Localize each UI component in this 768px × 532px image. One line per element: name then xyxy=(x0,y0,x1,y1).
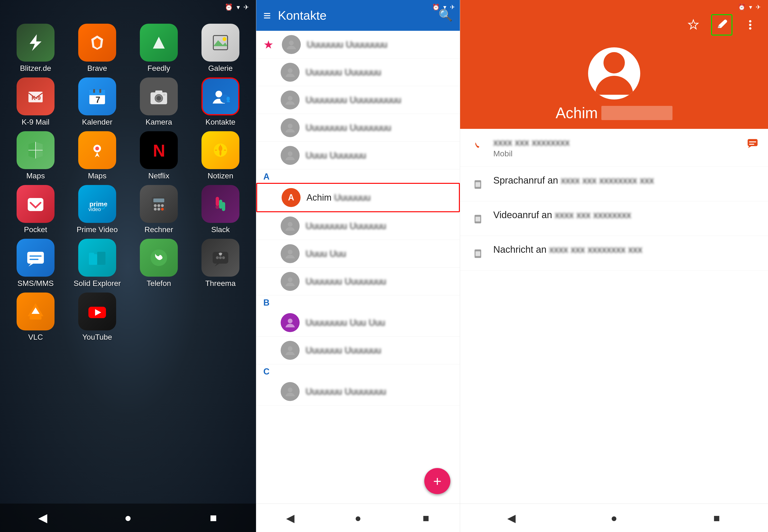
vlc-label: VLC xyxy=(28,333,43,342)
edit-contact-button[interactable] xyxy=(711,14,732,36)
svg-point-35 xyxy=(161,204,164,207)
kontakte-recents-button[interactable]: ■ xyxy=(417,509,436,527)
detail-home-button[interactable]: ● xyxy=(605,509,624,527)
detail-contact-name: Achim xyxy=(556,104,673,122)
contact-avatar xyxy=(281,341,299,360)
phone-item[interactable]: xxxx xxx xxxxxxxx Mobil xyxy=(460,129,768,167)
section-a: A xyxy=(256,169,460,183)
app-k9mail[interactable]: K-9 K-9 Mail xyxy=(7,77,64,126)
videoanruf-info: Videoanruf an xxxx xxx xxxxxxxx xyxy=(493,210,759,220)
contact-starred-1[interactable]: ★ Uuuuuuu Uuuuuuuu xyxy=(256,31,460,59)
recents-button[interactable]: ■ xyxy=(204,508,223,527)
pocket-label: Pocket xyxy=(24,225,47,234)
svg-point-72 xyxy=(288,346,292,351)
svg-point-34 xyxy=(157,204,160,207)
rechner-icon xyxy=(140,185,178,223)
app-galerie[interactable]: Galerie xyxy=(192,24,249,73)
kamera-icon xyxy=(140,77,178,115)
contact-detail-panel: ⏰ ▾ ✈ xyxy=(460,0,768,532)
app-blitzer[interactable]: Blitzer.de xyxy=(7,24,64,73)
svg-rect-44 xyxy=(27,252,44,264)
telefon-label: Telefon xyxy=(146,279,171,288)
app-brave[interactable]: Brave xyxy=(69,24,126,73)
sms-button[interactable] xyxy=(747,137,759,151)
contact-starred-2[interactable]: Uuuuuuu Uuuuuuu xyxy=(256,59,460,86)
contact-starred-5[interactable]: Uuuu Uuuuuuu xyxy=(256,142,460,169)
pocket-icon xyxy=(17,185,54,223)
nachricht-info: Nachricht an xxxx xxx xxxxxxxx xxx xyxy=(493,244,759,255)
app-smsmms[interactable]: SMS/MMS xyxy=(7,239,64,288)
threema-icon xyxy=(201,239,239,277)
svg-marker-45 xyxy=(28,264,33,266)
contact-starred-4[interactable]: Uuuuuuuu Uuuuuuuu xyxy=(256,114,460,142)
home-button[interactable]: ● xyxy=(118,508,137,527)
add-contact-button[interactable]: + xyxy=(424,468,451,494)
app-notizen[interactable]: Notizen xyxy=(192,131,249,180)
videoanruf-item[interactable]: Videoanruf an xxxx xxx xxxxxxxx xyxy=(460,201,768,236)
more-options-button[interactable] xyxy=(740,14,761,36)
contact-starred-3[interactable]: Uuuuuuuu Uuuuuuuuuu xyxy=(256,86,460,114)
app-maps[interactable]: Maps xyxy=(7,131,64,180)
sprachanruf-item[interactable]: Sprachanruf an xxxx xxx xxxxxxxx xxx xyxy=(460,167,768,201)
contact-a4[interactable]: Uuuuuuu Uuuuuuuu xyxy=(256,268,460,295)
detail-airplane-icon: ✈ xyxy=(756,4,761,11)
kontakte-home-button[interactable]: ● xyxy=(348,509,367,527)
airplane-icon: ✈ xyxy=(243,3,249,11)
blitzer-label: Blitzer.de xyxy=(20,64,51,73)
app-feedly[interactable]: Feedly xyxy=(130,24,187,73)
maps2-label: Maps xyxy=(88,171,106,180)
detail-back-button[interactable]: ◀ xyxy=(502,509,521,527)
kontakte-title: Kontakte xyxy=(278,8,432,23)
k9mail-icon: K-9 xyxy=(17,77,54,115)
svg-rect-15 xyxy=(155,90,162,94)
star-button[interactable] xyxy=(683,14,704,36)
app-solidexplorer[interactable]: Solid Explorer xyxy=(69,239,126,288)
contact-a3[interactable]: Uuuu Uuu xyxy=(256,240,460,268)
home-navigation: ◀ ● ■ xyxy=(0,504,256,532)
avatar-head xyxy=(604,52,625,73)
contact-c1[interactable]: Uuuuuuu Uuuuuuuu xyxy=(256,378,460,406)
app-netflix[interactable]: N Netflix xyxy=(130,131,187,180)
app-maps2[interactable]: Maps xyxy=(69,131,126,180)
kontakte-header: ⏰ ▾ ✈ ≡ Kontakte 🔍 xyxy=(256,0,460,31)
svg-rect-83 xyxy=(476,182,480,187)
svg-point-68 xyxy=(288,222,292,227)
contact-avatar xyxy=(281,216,299,235)
contact-achim[interactable]: A Achim Uuuuuuu xyxy=(256,183,460,212)
app-threema[interactable]: Threema xyxy=(192,239,249,288)
contact-name-a3: Uuuu Uuu xyxy=(305,249,453,259)
contact-b2[interactable]: Uuuuuuu Uuuuuuu xyxy=(256,337,460,364)
app-kontakte[interactable]: 👥 Kontakte xyxy=(192,77,249,126)
app-slack[interactable]: Slack xyxy=(192,185,249,234)
svg-rect-10 xyxy=(93,89,95,93)
sprachanruf-text: Sprachanruf an xyxy=(493,175,558,185)
detail-recents-button[interactable]: ■ xyxy=(707,509,726,527)
kontakte-menu-icon[interactable]: ≡ xyxy=(263,8,271,23)
detail-content: xxxx xxx xxxxxxxx Mobil xyxy=(460,129,768,504)
app-youtube[interactable]: YouTube xyxy=(69,293,126,342)
svg-marker-2 xyxy=(213,40,227,46)
contact-b1[interactable]: Uuuuuuuu Uuu Uuu xyxy=(256,309,460,337)
contact-avatar xyxy=(281,63,299,82)
app-telefon[interactable]: Telefon xyxy=(130,239,187,288)
kontakte-back-button[interactable]: ◀ xyxy=(281,509,299,527)
wifi-icon: ▾ xyxy=(236,3,240,11)
app-rechner[interactable]: Rechner xyxy=(130,185,187,234)
svg-point-16 xyxy=(163,94,165,96)
detail-top-actions xyxy=(467,14,761,38)
app-vlc[interactable]: VLC xyxy=(7,293,64,342)
svg-point-66 xyxy=(288,124,292,128)
svg-rect-27 xyxy=(219,151,221,155)
svg-point-77 xyxy=(749,27,751,30)
app-primevideo[interactable]: prime video Prime Video xyxy=(69,185,126,234)
back-button[interactable]: ◀ xyxy=(33,508,52,527)
app-kalender[interactable]: 7 Kalender xyxy=(69,77,126,126)
app-kamera[interactable]: Kamera xyxy=(130,77,187,126)
telefon-icon xyxy=(140,239,178,277)
app-pocket[interactable]: Pocket xyxy=(7,185,64,234)
svg-point-3 xyxy=(222,37,226,41)
maps-icon xyxy=(17,131,54,169)
contact-a2[interactable]: Uuuuuuuu Uuuuuuu xyxy=(256,212,460,240)
nachricht-item[interactable]: Nachricht an xxxx xxx xxxxxxxx xxx xyxy=(460,236,768,271)
netflix-label: Netflix xyxy=(148,171,169,180)
